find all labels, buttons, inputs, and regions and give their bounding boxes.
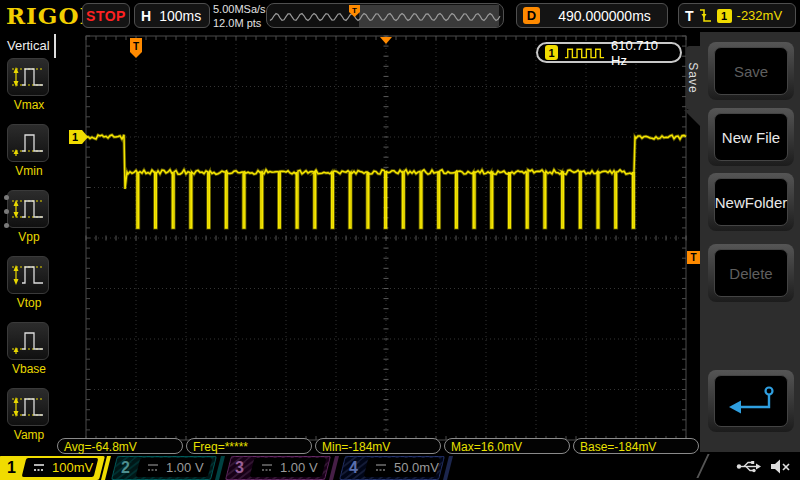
measurement-avg: Avg=-64.8mV xyxy=(57,438,183,454)
new-file-button-label: New File xyxy=(722,129,780,146)
menu-item-vpp[interactable]: Vpp xyxy=(7,190,51,244)
channel-number: 2 xyxy=(121,459,130,477)
channel-status-bar: 1 100mV 2 1.00 V xyxy=(0,452,800,480)
vertical-measure-menu: Vertical Vmax Vmin xyxy=(0,32,57,452)
measurement-base: Base=-184mV xyxy=(573,438,699,454)
delay-label: D xyxy=(523,7,540,24)
menu-item-label: Vtop xyxy=(7,296,51,310)
trigger-source-badge: 1 xyxy=(717,9,732,23)
menu-item-vmax[interactable]: Vmax xyxy=(7,58,51,112)
dc-coupling-icon xyxy=(261,463,273,472)
channel-scale: 1.00 V xyxy=(166,460,204,475)
menu-title: Vertical xyxy=(7,38,50,53)
preview-wave-icon: T xyxy=(267,4,503,27)
channel-tab-slash xyxy=(215,456,225,480)
channel-tab-1[interactable]: 1 100mV xyxy=(0,456,112,480)
status-icons xyxy=(736,458,792,475)
save-button[interactable]: Save xyxy=(708,42,794,100)
svg-text:T: T xyxy=(690,252,696,263)
waveform-preview: T xyxy=(266,3,504,28)
delay-value: 490.000000ms xyxy=(548,8,661,24)
dc-coupling-icon xyxy=(147,463,159,472)
svg-text:T: T xyxy=(352,6,357,15)
freq-source-badge: 1 xyxy=(545,45,558,60)
memory-depth: 12.0M pts xyxy=(213,16,266,30)
vtop-icon xyxy=(10,261,46,289)
menu-tab-save: Save xyxy=(686,46,700,110)
channel-number: 4 xyxy=(349,459,358,477)
timebase-box: H 100ms xyxy=(134,3,210,28)
vpp-icon xyxy=(10,195,46,223)
dc-coupling-icon xyxy=(33,463,45,472)
falling-edge-icon xyxy=(699,7,712,24)
new-folder-button-label: NewFolder xyxy=(715,194,788,211)
frequency-counter: 1 610.710 Hz xyxy=(536,42,682,63)
trigger-level-value: -232mV xyxy=(737,8,783,23)
menu-page-dot xyxy=(4,209,9,214)
measurement-max: Max=16.0mV xyxy=(444,438,570,454)
delete-button-label: Delete xyxy=(729,265,772,282)
trigger-readout: T 1 -232mV xyxy=(678,3,796,28)
menu-item-label: Vpp xyxy=(7,230,51,244)
usb-icon xyxy=(736,459,762,474)
menu-tab-label: Save xyxy=(686,62,700,93)
measurement-freq: Freq=***** xyxy=(186,438,312,454)
channel-scale: 1.00 V xyxy=(280,460,318,475)
measurement-min: Min=-184mV xyxy=(315,438,441,454)
svg-text:T: T xyxy=(133,41,139,52)
delete-button[interactable]: Delete xyxy=(708,244,794,302)
timebase-label: H xyxy=(141,8,151,24)
vbase-icon xyxy=(10,327,46,355)
channel-tab-slash xyxy=(329,456,339,480)
back-button[interactable] xyxy=(708,370,794,432)
new-file-button[interactable]: New File xyxy=(708,108,794,166)
timebase-value: 100ms xyxy=(159,8,201,24)
channel-scale: 50.0mV xyxy=(394,460,439,475)
save-menu: Save New File NewFolder Delete xyxy=(700,32,800,452)
sample-rate-readout: 5.00MSa/s 12.0M pts xyxy=(213,2,266,30)
menu-item-label: Vbase xyxy=(7,362,51,376)
return-arrow-icon xyxy=(722,383,780,419)
oscilloscope-screen: RIGOL STOP H 100ms 5.00MSa/s 12.0M pts T… xyxy=(0,0,800,480)
new-folder-button[interactable]: NewFolder xyxy=(708,173,794,231)
menu-item-vmin[interactable]: Vmin xyxy=(7,124,51,178)
scope-display: 1TT xyxy=(57,32,700,456)
menu-page-dot xyxy=(4,223,9,228)
save-button-label: Save xyxy=(734,63,768,80)
delay-readout: D 490.000000ms xyxy=(516,3,668,28)
channel-tab-3[interactable]: 3 1.00 V xyxy=(228,456,340,480)
trigger-label: T xyxy=(685,8,694,24)
menu-page-dot xyxy=(4,195,9,200)
menu-item-vtop[interactable]: Vtop xyxy=(7,256,51,310)
menu-item-vbase[interactable]: Vbase xyxy=(7,322,51,376)
menu-title-separator xyxy=(54,34,56,58)
speaker-muted-icon xyxy=(770,458,792,475)
channel-tab-2[interactable]: 2 1.00 V xyxy=(114,456,226,480)
dc-coupling-icon xyxy=(375,463,387,472)
channel-tab-slash xyxy=(443,456,453,480)
bottom-bar-divider xyxy=(696,454,709,478)
freq-value: 610.710 Hz xyxy=(611,38,673,68)
square-wave-icon xyxy=(564,46,605,60)
channel-tab-4[interactable]: 4 50.0mV xyxy=(342,456,454,480)
menu-item-vamp[interactable]: Vamp xyxy=(7,388,51,442)
sample-rate: 5.00MSa/s xyxy=(213,2,266,16)
menu-tab-notch xyxy=(684,110,700,126)
top-status-bar: RIGOL STOP H 100ms 5.00MSa/s 12.0M pts T… xyxy=(0,0,800,32)
channel-scale: 100mV xyxy=(52,460,93,475)
vmax-icon xyxy=(10,63,46,91)
channel-number: 1 xyxy=(7,459,16,477)
menu-item-label: Vmax xyxy=(7,98,51,112)
vmin-icon xyxy=(10,129,46,157)
channel-number: 3 xyxy=(235,459,244,477)
svg-text:1: 1 xyxy=(72,131,78,143)
run-state-badge: STOP xyxy=(82,3,130,28)
menu-item-label: Vmin xyxy=(7,164,51,178)
run-state-label: STOP xyxy=(86,8,126,24)
menu-item-label: Vamp xyxy=(7,428,51,442)
vamp-icon xyxy=(10,393,46,421)
